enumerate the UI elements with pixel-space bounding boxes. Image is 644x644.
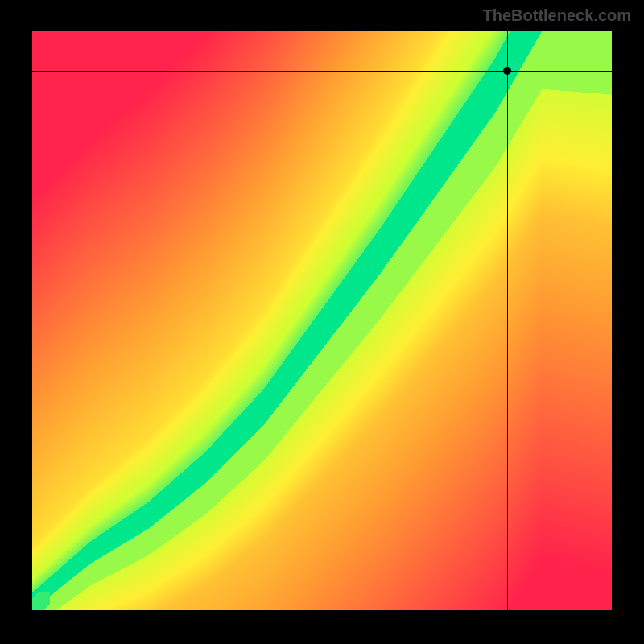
crosshair-horizontal [32,71,612,72]
data-point-marker [503,67,511,75]
crosshair-vertical [507,31,508,610]
heatmap-chart [32,31,612,610]
heatmap-canvas [32,31,612,610]
watermark-text: TheBottleneck.com [483,6,631,25]
